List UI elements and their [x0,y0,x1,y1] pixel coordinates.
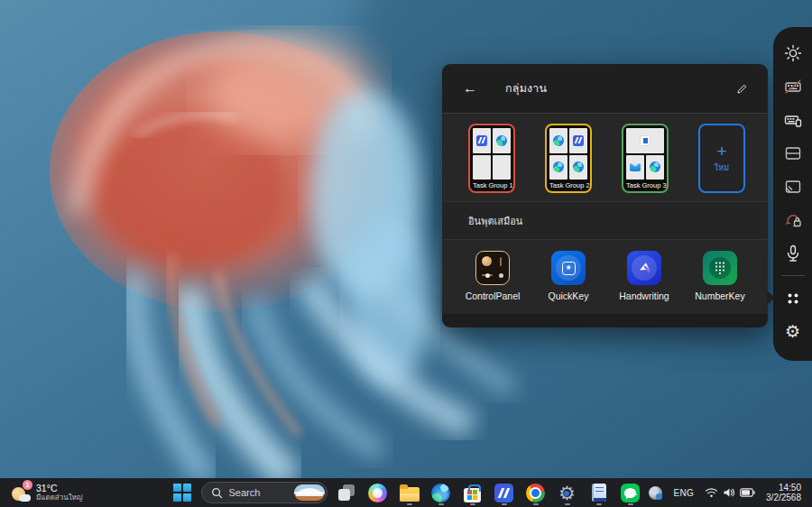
chrome-button[interactable] [523,480,549,505]
edge-button[interactable] [429,480,454,505]
keyboard-external-button[interactable] [777,103,809,136]
running-indicator [565,503,570,506]
edge-icon [650,161,660,172]
task-view-button[interactable] [334,480,359,505]
microphone-icon [784,244,802,263]
panel-header: ← กลุ่มงาน [442,64,768,114]
running-indicator [533,503,539,506]
handwriting-app[interactable]: Handwriting [606,251,682,314]
microphone-button[interactable] [777,236,809,270]
task-groups-row: Task Group 1 Task Group 2 Tas [442,114,768,201]
copilot-button[interactable] [365,480,391,505]
quickkey-icon: ★ [551,251,586,285]
handwriting-icon [627,251,661,285]
new-group-label: ใหม่ [715,161,729,174]
app-label: Handwriting [619,290,669,301]
task-group-3-grid [626,128,664,180]
search-box[interactable]: Search [201,482,328,503]
search-icon [211,487,223,499]
screen-rotate-button[interactable] [777,170,809,203]
task-group-label: Task Group 3 [626,180,664,191]
running-indicator [502,503,507,506]
chevron-up-icon [628,490,638,496]
virtual-input-label: อินพุตเสมือน [468,213,522,229]
taskbar: 1 31°C มีแดดส่วนใหญ่ Search [0,478,812,507]
task-view-icon [337,483,356,502]
edit-pencil-button[interactable] [730,77,753,100]
keyboard-disabled-button[interactable] [777,69,809,103]
keyboard-disabled-icon [783,77,803,97]
virtual-input-section: อินพุตเสมือน [442,201,768,240]
edge-icon [553,135,564,146]
running-indicator [407,503,412,506]
side-toolbar: ⚙ [773,27,812,361]
edge-icon [573,161,584,172]
network-volume-battery-button[interactable] [701,481,759,504]
pen-nib-icon [635,259,653,277]
numpad-icon [714,261,726,275]
language-indicator[interactable]: ENG [669,481,697,504]
microsoft-store-button[interactable] [460,480,485,505]
app-label: QuickKey [549,290,589,301]
desktop: ← กลุ่มงาน Task Group 1 [0,0,812,507]
new-task-group-card[interactable]: + ใหม่ [698,124,745,193]
panel-title: กลุ่มงาน [505,79,547,97]
task-group-card-1[interactable]: Task Group 1 [468,124,515,193]
edge-icon [553,161,564,172]
windows-logo-icon [173,484,191,502]
split-screen-icon [783,143,803,163]
mado-app-button[interactable] [492,480,517,505]
apps-grid-icon [784,290,802,308]
apps-grid-button[interactable] [777,281,809,315]
task-group-label: Task Group 2 [549,180,587,191]
chrome-icon [526,484,545,502]
battery-icon [740,488,755,497]
clock[interactable]: 14:50 3/2/2568 [762,481,805,504]
store-icon [464,488,481,502]
tray-app-button[interactable] [645,481,666,504]
rotation-lock-button[interactable] [777,203,809,236]
file-explorer-button[interactable] [397,480,422,505]
task-group-card-2[interactable]: Task Group 2 [545,124,592,193]
plus-icon: + [716,143,726,160]
back-button[interactable]: ← [458,77,482,100]
settings-app-button[interactable]: ⚙ [555,480,580,505]
virtual-input-apps-row: ControlPanel ★ QuickKey Handwriting [442,240,768,314]
brightness-button[interactable] [777,36,809,69]
start-button[interactable] [170,480,195,505]
search-placeholder: Search [229,487,288,498]
running-indicator [438,503,444,506]
time-label: 14:50 [779,483,801,493]
app-label: NumberKey [695,290,744,301]
task-group-label: Task Group 1 [473,180,511,191]
notepad-button[interactable] [586,480,612,505]
mado-icon [476,135,487,146]
weather-widget[interactable]: 1 31°C มีแดดส่วนใหญ่ [4,478,90,507]
settings-gear-icon: ⚙ [558,484,576,502]
edge-icon [496,135,507,146]
tray-chevron-button[interactable] [624,481,641,504]
task-group-1-grid [473,128,511,180]
panel-footer [442,314,768,327]
keyboard-external-icon [783,110,803,130]
pencil-icon [735,82,749,96]
controlpanel-app[interactable]: ControlPanel [455,251,531,314]
quickkey-app[interactable]: ★ QuickKey [531,251,606,314]
copilot-icon [368,484,387,502]
date-label: 3/2/2568 [766,493,801,502]
running-indicator [596,503,602,506]
system-tray: ENG 14:50 3/2/ [624,478,810,507]
running-indicator [470,503,475,506]
bing-daily-image-thumb[interactable] [294,484,325,501]
rotation-lock-icon [783,210,803,230]
mado-icon [494,484,513,502]
task-group-card-3[interactable]: Task Group 3 [622,124,669,193]
notification-badge: 1 [23,480,32,490]
app-label: ControlPanel [466,290,521,301]
settings-button[interactable]: ⚙ [777,315,809,348]
numberkey-app[interactable]: NumberKey [682,251,758,314]
folder-icon [400,487,420,502]
weather-condition: มีแดดส่วนใหญ่ [36,493,83,502]
split-screen-button[interactable] [777,136,809,170]
edge-icon [431,484,450,502]
